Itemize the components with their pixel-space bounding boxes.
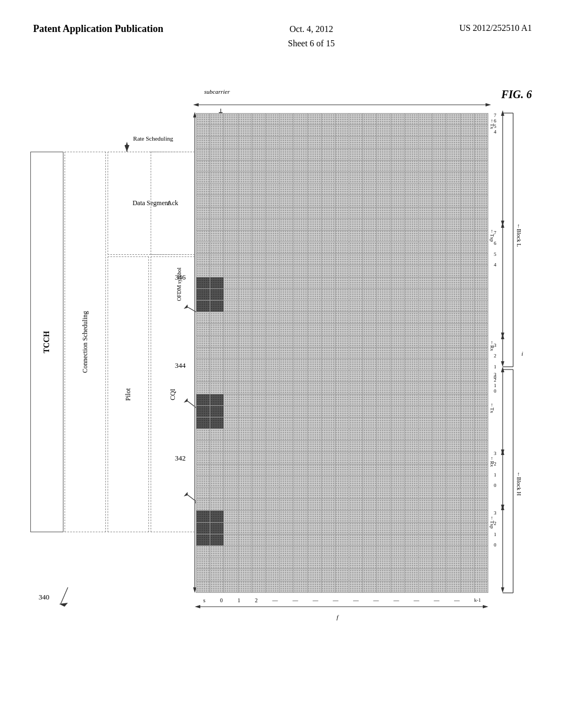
- grid-cell: [363, 545, 377, 557]
- grid-cell: [446, 558, 460, 569]
- grid-cell: [321, 265, 335, 277]
- grid-cell: [280, 522, 294, 534]
- grid-cell: [252, 534, 265, 545]
- grid-cell: [321, 172, 335, 183]
- grid-cell: [294, 358, 307, 370]
- publication-title: Patent Application Publication: [33, 22, 163, 36]
- grid-cell: [224, 417, 238, 429]
- grid-cell: [210, 114, 224, 125]
- grid-cell: [224, 464, 238, 475]
- grid-cell: [377, 265, 391, 277]
- grid-cell: [196, 254, 210, 265]
- grid-cell: [391, 160, 404, 172]
- grid-cell: [307, 558, 321, 569]
- grid-cell: [321, 312, 335, 324]
- grid-cell: [363, 394, 377, 405]
- grid-cell: [307, 148, 321, 160]
- grid-cell: [252, 184, 265, 195]
- grid-cell: [294, 254, 307, 265]
- grid-cell: [335, 569, 349, 581]
- grid-cell: [474, 441, 488, 452]
- grid-cell: [196, 371, 210, 382]
- grid-cell: [460, 195, 474, 207]
- grid-cell: [224, 358, 238, 370]
- grid-cell: [474, 475, 488, 487]
- grid-cell: [419, 558, 433, 569]
- grid-cell: [377, 125, 391, 137]
- grid-cell: [474, 347, 488, 358]
- grid-cell: [307, 301, 321, 312]
- grid-cell: [474, 358, 488, 370]
- grid-cell: [196, 347, 210, 358]
- svg-line-9: [61, 587, 68, 604]
- grid-cell: [474, 452, 488, 464]
- grid-cell: [265, 148, 279, 160]
- grid-cell: [307, 358, 321, 370]
- grid-cell: [363, 441, 377, 452]
- grid-cell: [210, 324, 224, 335]
- grid-cell: [210, 358, 224, 370]
- grid-cell: [196, 335, 210, 347]
- grid-cell: [252, 148, 265, 160]
- grid-cell: [335, 125, 349, 137]
- grid-cell: [474, 464, 488, 475]
- grid-cell: [321, 335, 335, 347]
- grid-cell: [363, 452, 377, 464]
- grid-cell: [294, 114, 307, 125]
- grid-cell: [265, 441, 279, 452]
- grid-cell: [265, 522, 279, 534]
- grid-cell: [238, 148, 252, 160]
- grid-cell: [460, 581, 474, 593]
- grid-cell: [307, 581, 321, 593]
- grid-cell: [363, 277, 377, 288]
- grid-cell: [210, 405, 224, 417]
- grid-cell: [349, 475, 363, 487]
- grid-cell: [474, 265, 488, 277]
- grid-cell: [252, 114, 265, 125]
- grid-cell: [294, 394, 307, 405]
- grid-cell: [307, 371, 321, 382]
- grid-cell: [433, 429, 446, 441]
- grid-cell: [404, 301, 418, 312]
- grid-cell: [238, 288, 252, 300]
- grid-cell: [349, 195, 363, 207]
- grid-cell: [210, 522, 224, 534]
- grid-cell: [196, 125, 210, 137]
- grid-cell: [433, 148, 446, 160]
- label-342: 342: [175, 454, 186, 463]
- grid-cell: [404, 382, 418, 394]
- grid-cell: [391, 254, 404, 265]
- grid-cell: [307, 242, 321, 254]
- grid-cell: [460, 464, 474, 475]
- grid-cell: [224, 324, 238, 335]
- grid-cell: [419, 265, 433, 277]
- grid-cell: [391, 522, 404, 534]
- grid-cell: [321, 522, 335, 534]
- grid-cell: [377, 499, 391, 511]
- tcch-box: TCCH: [30, 152, 63, 532]
- grid-cell: [404, 358, 418, 370]
- grid-cell: [224, 312, 238, 324]
- grid-cell: [307, 534, 321, 545]
- grid-cell: [446, 324, 460, 335]
- right-num-7654: 7654: [494, 228, 497, 270]
- grid-cell: [280, 277, 294, 288]
- grid-cell: [238, 160, 252, 172]
- grid-cell: [294, 242, 307, 254]
- patent-number: US 2012/252510 A1: [459, 22, 532, 34]
- grid-cell: [265, 429, 279, 441]
- grid-cell: [294, 277, 307, 288]
- grid-cell: [474, 312, 488, 324]
- grid-cell: [294, 522, 307, 534]
- grid-cell: [294, 429, 307, 441]
- grid-cell: [294, 218, 307, 230]
- grid-cell: [307, 312, 321, 324]
- grid-cell: [363, 254, 377, 265]
- grid-cell: [349, 160, 363, 172]
- grid-cell: [474, 488, 488, 499]
- grid-cell: [404, 137, 418, 148]
- svg-marker-28: [501, 449, 504, 455]
- grid-cell: [363, 172, 377, 183]
- grid-cell: [377, 312, 391, 324]
- grid-cell: [377, 230, 391, 242]
